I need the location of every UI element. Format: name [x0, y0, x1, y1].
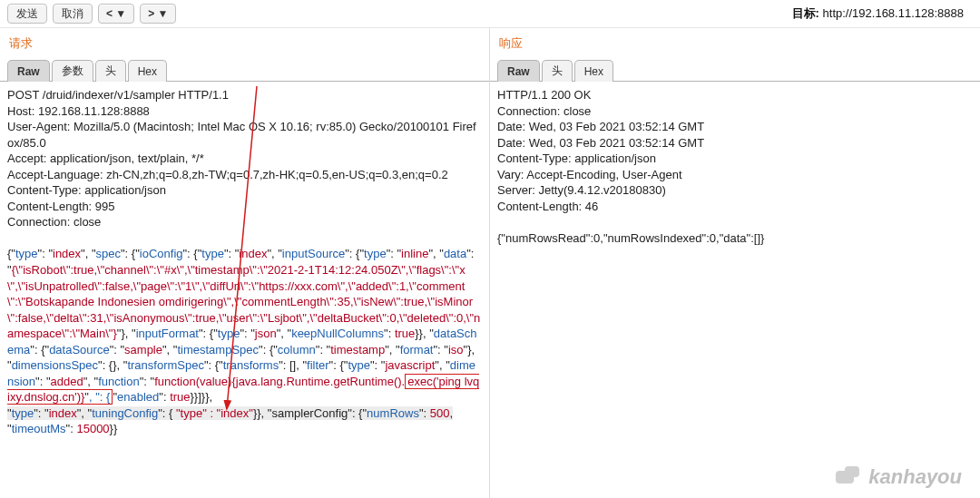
target-label: 目标: http://192.168.11.128:8888: [792, 5, 964, 22]
request-tabs: Raw 参数 头 Hex: [0, 59, 489, 82]
tab-hex[interactable]: Hex: [128, 60, 167, 82]
prev-button[interactable]: < ▼: [98, 4, 134, 24]
response-pane: 响应 Raw 头 Hex HTTP/1.1 200 OKConnection: …: [490, 28, 980, 498]
response-text: HTTP/1.1 200 OKConnection: closeDate: We…: [497, 87, 973, 246]
tab-params[interactable]: 参数: [52, 60, 93, 82]
request-json-body: {"type": "index", "spec": {"ioConfig": {…: [7, 246, 482, 437]
cancel-button[interactable]: 取消: [53, 4, 93, 24]
tab-headers-response[interactable]: 头: [542, 60, 573, 82]
send-button[interactable]: 发送: [7, 4, 47, 24]
request-pane: 请求 Raw 参数 头 Hex POST /druid/indexer/v1/s…: [0, 28, 490, 498]
toolbar: 发送 取消 < ▼ > ▼ 目标: http://192.168.11.128:…: [0, 0, 980, 27]
tab-raw-response[interactable]: Raw: [497, 60, 540, 82]
request-body[interactable]: POST /druid/indexer/v1/sampler HTTP/1.1H…: [0, 82, 489, 498]
response-title: 响应: [490, 28, 980, 57]
target-url: http://192.168.11.128:8888: [823, 6, 964, 20]
response-tabs: Raw 头 Hex: [490, 59, 980, 82]
split-panes: 请求 Raw 参数 头 Hex POST /druid/indexer/v1/s…: [0, 27, 980, 498]
target-text-label: 目标:: [792, 6, 819, 20]
next-button[interactable]: > ▼: [140, 4, 176, 24]
tab-headers[interactable]: 头: [95, 60, 126, 82]
request-headers-text: POST /druid/indexer/v1/sampler HTTP/1.1H…: [7, 87, 482, 230]
tab-raw[interactable]: Raw: [7, 60, 50, 82]
request-title: 请求: [0, 28, 489, 57]
response-body[interactable]: HTTP/1.1 200 OKConnection: closeDate: We…: [490, 82, 980, 498]
tab-hex-response[interactable]: Hex: [574, 60, 613, 82]
